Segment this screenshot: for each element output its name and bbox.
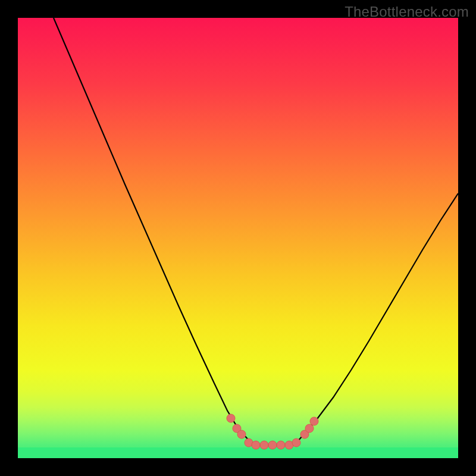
- plot-background: [18, 18, 458, 458]
- data-marker: [260, 441, 268, 449]
- data-marker: [227, 414, 235, 422]
- watermark-text: TheBottleneck.com: [345, 4, 469, 20]
- chart-frame: TheBottleneck.com: [0, 0, 476, 476]
- data-marker: [277, 441, 285, 449]
- chart-plot: [18, 18, 458, 458]
- data-marker: [310, 417, 318, 425]
- data-marker: [252, 441, 260, 449]
- data-marker: [305, 424, 314, 433]
- data-marker: [237, 430, 246, 439]
- green-band: [18, 447, 458, 458]
- data-marker: [292, 439, 300, 447]
- data-marker: [268, 441, 277, 449]
